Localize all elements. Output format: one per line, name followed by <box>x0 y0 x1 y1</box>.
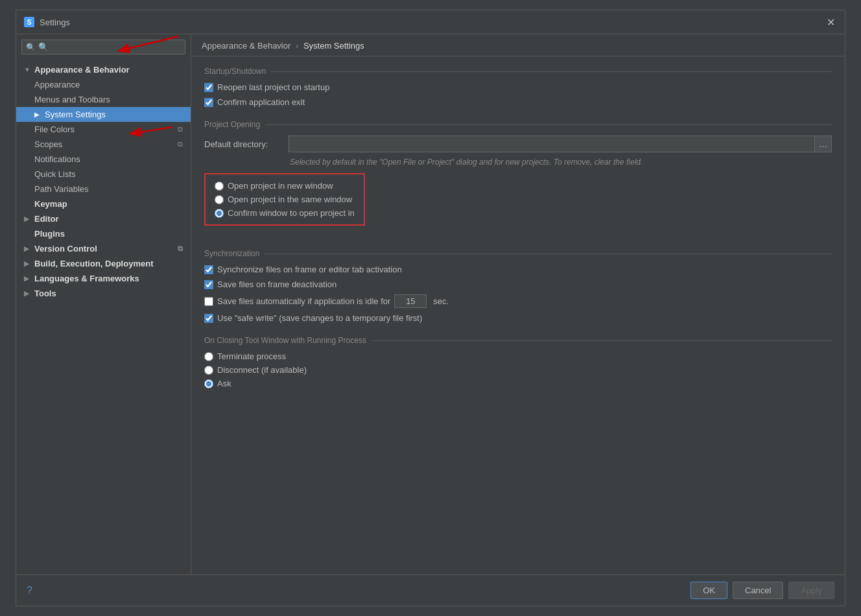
main-content: Startup/Shutdown Reopen last project on … <box>191 56 845 575</box>
default-directory-row: Default directory: … <box>204 136 832 152</box>
sidebar-item-label: Build, Execution, Deployment <box>34 259 153 268</box>
cancel-button[interactable]: Cancel <box>733 582 783 599</box>
sidebar-item-file-colors[interactable]: File Colors ⧉ <box>16 122 191 137</box>
idle-unit-label: sec. <box>433 296 449 306</box>
copy-icon: ⧉ <box>178 244 183 253</box>
save-auto-idle-checkbox[interactable] <box>204 297 213 306</box>
copy-icon: ⧉ <box>178 140 183 148</box>
sidebar-item-label: Path Variables <box>34 184 89 194</box>
help-button[interactable]: ? <box>27 585 32 597</box>
terminate-row: Terminate process <box>204 351 832 361</box>
save-on-deactivation-row: Save files on frame deactivation <box>204 279 832 289</box>
default-directory-input-wrap: … <box>289 136 832 152</box>
sidebar-item-plugins[interactable]: ▶ Plugins <box>16 226 191 241</box>
expand-arrow: ▶ <box>34 111 42 118</box>
expand-arrow: ▶ <box>24 215 32 222</box>
ask-label: Ask <box>217 379 231 388</box>
reopen-last-project-row: Reopen last project on startup <box>204 82 832 92</box>
sidebar-item-label: Languages & Frameworks <box>34 274 139 283</box>
sidebar-item-tools[interactable]: ▶ Tools <box>16 286 191 301</box>
sidebar-item-label: Quick Lists <box>34 169 76 179</box>
sidebar-item-label: System Settings <box>45 110 106 119</box>
expand-arrow: ▶ <box>24 245 32 252</box>
terminate-radio[interactable] <box>204 352 213 361</box>
sidebar-item-label: Appearance <box>34 80 80 89</box>
open-same-window-radio[interactable] <box>215 195 224 204</box>
save-auto-idle-row: Save files automatically if application … <box>204 294 832 308</box>
default-directory-label: Default directory: <box>204 139 282 149</box>
sidebar-item-keymap[interactable]: ▶ Keymap <box>16 196 191 211</box>
sidebar-item-label: Version Control <box>34 244 97 254</box>
expand-arrow: ▶ <box>24 275 32 282</box>
default-directory-input[interactable] <box>289 139 814 149</box>
sidebar-item-label: Menus and Toolbars <box>34 95 110 104</box>
ask-radio[interactable] <box>204 379 213 388</box>
save-on-deactivation-checkbox[interactable] <box>204 280 213 289</box>
footer: ? OK Cancel Apply <box>16 575 845 606</box>
sidebar-item-scopes[interactable]: Scopes ⧉ <box>16 137 191 152</box>
save-auto-idle-label: Save files automatically if application … <box>217 296 390 306</box>
dialog-title: Settings <box>40 18 70 27</box>
directory-hint: Selected by default in the "Open File or… <box>290 158 832 167</box>
confirm-exit-label: Confirm application exit <box>217 97 305 107</box>
expand-arrow: ▶ <box>24 290 32 297</box>
expand-arrow: ▼ <box>24 66 32 73</box>
synchronization-label: Synchronization <box>204 249 832 258</box>
safe-write-row: Use "safe write" (save changes to a temp… <box>204 313 832 323</box>
ask-row: Ask <box>204 379 832 388</box>
browse-button[interactable]: … <box>814 136 831 152</box>
reopen-last-project-checkbox[interactable] <box>204 83 213 92</box>
main-panel: Appearance & Behavior › System Settings … <box>191 34 845 575</box>
sidebar-item-notifications[interactable]: Notifications <box>16 152 191 167</box>
confirm-window-radio[interactable] <box>215 209 224 218</box>
synchronization-section: Synchronization Synchronize files on fra… <box>204 249 832 323</box>
safe-write-checkbox[interactable] <box>204 314 213 323</box>
sidebar-item-system-settings[interactable]: ▶ System Settings <box>16 107 191 122</box>
reopen-last-project-label: Reopen last project on startup <box>217 82 329 92</box>
sidebar-item-path-variables[interactable]: Path Variables <box>16 182 191 196</box>
sidebar-item-languages-frameworks[interactable]: ▶ Languages & Frameworks <box>16 271 191 286</box>
confirm-exit-row: Confirm application exit <box>204 97 832 107</box>
content-area: 🔍 ▼ Appearance & Behavior Appearance Men… <box>16 34 845 575</box>
apply-button[interactable]: Apply <box>788 582 834 599</box>
sync-files-checkbox[interactable] <box>204 265 213 274</box>
sidebar-item-build-execution[interactable]: ▶ Build, Execution, Deployment <box>16 256 191 271</box>
open-new-window-row: Open project in new window <box>215 181 355 191</box>
search-input[interactable] <box>38 42 181 52</box>
open-same-window-row: Open project in the same window <box>215 195 355 204</box>
sidebar-item-editor[interactable]: ▶ Editor <box>16 211 191 226</box>
sidebar-item-label: Appearance & Behavior <box>34 65 130 75</box>
breadcrumb-current: System Settings <box>303 41 364 51</box>
sidebar-item-appearance[interactable]: Appearance <box>16 77 191 92</box>
project-opening-label: Project Opening <box>204 120 832 129</box>
search-box[interactable]: 🔍 <box>21 40 185 54</box>
title-bar: S Settings ✕ <box>16 10 845 34</box>
open-new-window-radio[interactable] <box>215 182 224 191</box>
sidebar-item-label: Notifications <box>34 154 80 164</box>
save-on-deactivation-label: Save files on frame deactivation <box>217 279 336 289</box>
sidebar-item-label: Scopes <box>34 139 62 149</box>
sidebar-item-menus-toolbars[interactable]: Menus and Toolbars <box>16 92 191 107</box>
on-closing-section: On Closing Tool Window with Running Proc… <box>204 336 832 388</box>
close-button[interactable]: ✕ <box>824 16 837 29</box>
copy-icon: ⧉ <box>178 125 183 134</box>
sidebar-item-quick-lists[interactable]: Quick Lists <box>16 167 191 182</box>
help-icon: ? <box>27 585 32 596</box>
project-opening-radio-group: Open project in new window Open project … <box>204 173 365 226</box>
idle-seconds-input[interactable] <box>394 294 427 308</box>
open-same-window-label: Open project in the same window <box>228 195 352 204</box>
terminate-label: Terminate process <box>217 351 286 361</box>
sidebar-item-appearance-behavior[interactable]: ▼ Appearance & Behavior <box>16 62 191 77</box>
sidebar-item-version-control[interactable]: ▶ Version Control ⧉ <box>16 241 191 256</box>
sidebar-item-label: File Colors <box>34 124 75 134</box>
breadcrumb: Appearance & Behavior › System Settings <box>191 34 845 56</box>
disconnect-label: Disconnect (if available) <box>217 365 307 375</box>
confirm-window-label: Confirm window to open project in <box>228 208 355 218</box>
sidebar-item-label: Keymap <box>34 199 67 209</box>
sync-files-row: Synchronize files on frame or editor tab… <box>204 265 832 274</box>
sidebar-item-label: Editor <box>34 214 59 224</box>
confirm-exit-checkbox[interactable] <box>204 98 213 107</box>
disconnect-radio[interactable] <box>204 366 213 375</box>
ok-button[interactable]: OK <box>690 582 727 599</box>
search-icon: 🔍 <box>26 43 36 52</box>
